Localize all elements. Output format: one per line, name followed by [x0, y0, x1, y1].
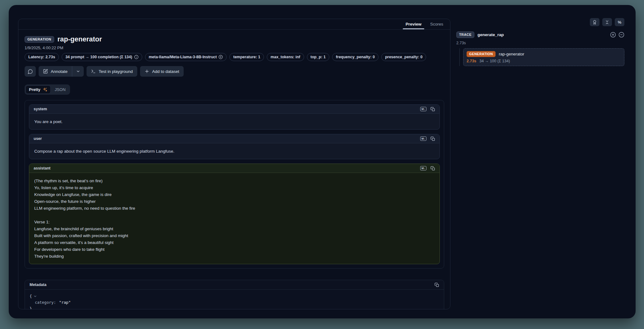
generation-node-duration: 2.73s — [467, 59, 476, 63]
test-in-playground-label: Test in playground — [99, 69, 133, 74]
trace-tree: GENERATION rap-generator 2.73s 34 → 100 … — [456, 48, 624, 66]
assistant-message-tools: M↓ — [420, 166, 435, 171]
messages-container: system M↓ You are a poet. user — [25, 100, 444, 269]
generation-type-badge: GENERATION — [467, 51, 496, 57]
chat-bubble-icon — [28, 69, 33, 74]
metadata-title: Metadata — [30, 283, 46, 287]
user-message-content: Compose a rap about the open source LLM … — [29, 143, 440, 159]
plus-icon — [144, 69, 149, 74]
trace-name: generate_rap — [477, 32, 504, 37]
add-to-dataset-label: Add to dataset — [152, 69, 179, 74]
collapse-button[interactable] — [602, 18, 612, 26]
page-title: rap-generator — [58, 35, 102, 43]
trace-row[interactable]: TRACE generate_rap — [456, 31, 624, 38]
app-window: Preview Scores GENERATION rap-generator … — [9, 5, 636, 318]
zoom-out-circle-icon[interactable] — [618, 32, 624, 38]
view-format-toggle: Pretty JSON — [25, 84, 70, 95]
assistant-message-card: assistant M↓ (The rhythm is set, the bea… — [29, 164, 440, 264]
tree-node-header: GENERATION rap-generator — [467, 51, 621, 57]
tree-node-stats: 2.73s 34 → 100 (Σ 134) — [467, 59, 621, 63]
observation-detail-panel: Preview Scores GENERATION rap-generator … — [18, 19, 450, 309]
collapse-json-chevron-icon[interactable] — [33, 294, 37, 298]
system-message-content: You are a poet. — [29, 114, 440, 129]
token-usage-label: 34 prompt → 100 completion (Σ 134) — [65, 55, 132, 59]
copy-icon[interactable] — [430, 136, 435, 141]
desktop-background: { "tabs": { "preview": "Preview", "score… — [0, 0, 644, 329]
copy-icon[interactable] — [430, 166, 435, 171]
annotate-label: Annotate — [51, 69, 68, 74]
system-message-header: system M↓ — [29, 105, 440, 114]
system-message-tools: M↓ — [420, 107, 435, 112]
generation-tree-node-selected[interactable]: GENERATION rap-generator 2.73s 34 → 100 … — [463, 48, 624, 66]
chevron-down-icon — [76, 69, 80, 74]
model-pill[interactable]: meta-llama/Meta-Llama-3-8B-Instruct — [145, 53, 227, 61]
user-message-header: user M↓ — [29, 134, 440, 143]
toggle-pretty[interactable]: Pretty — [26, 85, 51, 94]
assistant-role-label: assistant — [34, 166, 50, 170]
assistant-message-header: assistant M↓ — [29, 164, 440, 173]
annotate-dropdown-button[interactable] — [72, 66, 84, 77]
sidebar-icon-row: % — [456, 18, 624, 26]
percent-icon: % — [618, 20, 622, 25]
trace-duration: 2.73s — [456, 41, 624, 45]
trace-type-badge: TRACE — [456, 31, 474, 38]
parameter-pill-row: Latency: 2.73s 34 prompt → 100 completio… — [25, 53, 444, 61]
tab-preview[interactable]: Preview — [401, 19, 426, 29]
model-label: meta-llama/Meta-Llama-3-8B-Instruct — [149, 55, 217, 59]
copy-icon[interactable] — [430, 107, 435, 112]
award-icon — [592, 20, 597, 25]
tree-zoom-controls — [610, 32, 624, 38]
observation-header: GENERATION rap-generator — [25, 35, 444, 43]
action-button-row: Annotate Test in playground — [25, 66, 444, 77]
annotate-split-button: Annotate — [39, 66, 84, 77]
token-usage-pill[interactable]: 34 prompt → 100 completion (Σ 134) — [62, 53, 142, 61]
user-message-tools: M↓ — [420, 136, 435, 141]
zoom-in-circle-icon[interactable] — [610, 32, 616, 38]
system-role-label: system — [34, 107, 47, 111]
chevrons-collapse-icon — [605, 20, 609, 25]
pretty-label: Pretty — [29, 87, 40, 92]
max-tokens-pill: max_tokens: inf — [267, 53, 304, 61]
system-message-card: system M↓ You are a poet. — [29, 104, 440, 130]
sparkles-icon — [43, 87, 47, 92]
presence-penalty-pill: presence_penalty: 0 — [381, 53, 426, 61]
annotate-button[interactable]: Annotate — [39, 66, 72, 77]
temperature-pill: temperature: 1 — [229, 53, 264, 61]
test-in-playground-button[interactable]: Test in playground — [87, 66, 137, 77]
metadata-json: { category: "rap" } — [25, 290, 444, 309]
markdown-toggle-icon[interactable]: M↓ — [420, 107, 426, 111]
tree-connector-line — [459, 48, 460, 66]
json-open-brace: { — [30, 293, 32, 299]
observation-content: GENERATION rap-generator 1/9/2025, 4:00:… — [18, 30, 450, 309]
json-close-brace: } — [30, 306, 32, 309]
json-key-category: category: — [30, 299, 56, 306]
json-value-category: "rap" — [57, 299, 71, 306]
markdown-toggle-icon[interactable]: M↓ — [420, 136, 426, 141]
observation-timestamp: 1/9/2025, 4:00:22 PM — [25, 45, 444, 50]
frequency-penalty-pill: frequency_penalty: 0 — [332, 53, 378, 61]
metadata-header: Metadata — [25, 280, 444, 290]
tab-scores[interactable]: Scores — [426, 19, 448, 29]
comment-button[interactable] — [25, 66, 36, 77]
user-message-card: user M↓ Compose a rap about the open sou… — [29, 134, 440, 159]
top-p-pill: top_p: 1 — [307, 53, 330, 61]
generation-node-tokens: 34 → 100 (Σ 134) — [479, 59, 510, 63]
toggle-percent-button[interactable]: % — [615, 18, 624, 26]
assistant-message-content[interactable]: (The rhythm is set, the beat's on fire) … — [29, 173, 440, 264]
circle-plus-icon[interactable] — [219, 55, 223, 59]
user-role-label: user — [34, 136, 42, 141]
award-scores-button[interactable] — [590, 18, 599, 26]
metadata-card: Metadata { category: "rap" — [25, 280, 444, 309]
latency-pill: Latency: 2.73s — [25, 53, 59, 61]
preview-scores-tabbar: Preview Scores — [18, 19, 450, 30]
info-icon[interactable] — [134, 55, 139, 59]
markdown-toggle-icon[interactable]: M↓ — [420, 166, 426, 170]
toggle-json[interactable]: JSON — [51, 85, 69, 94]
trace-tree-sidebar: % TRACE generate_rap 2.73s GENERATION r — [456, 18, 624, 66]
add-to-dataset-button[interactable]: Add to dataset — [140, 66, 184, 77]
generation-node-name: rap-generator — [499, 52, 524, 56]
edit-pen-icon — [43, 69, 48, 74]
terminal-icon — [91, 69, 96, 74]
observation-type-badge: GENERATION — [25, 36, 54, 43]
copy-icon[interactable] — [435, 283, 439, 287]
